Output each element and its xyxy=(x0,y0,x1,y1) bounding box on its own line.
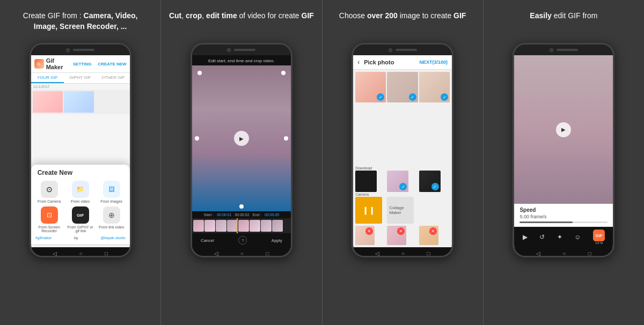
video-label: From video xyxy=(71,200,90,203)
giphy-label: From GIPHY or .gif link xyxy=(67,225,94,233)
speed-value: 5.00 frame/s xyxy=(519,214,608,219)
tab-bar-1: YOUR GIF GIPHY GIF OTHER GIF xyxy=(31,73,130,84)
photo-cell-7[interactable]: ✕ xyxy=(355,226,375,245)
speed-panel: Speed 5.00 frame/s xyxy=(514,204,613,227)
home-nav-3[interactable]: ○ xyxy=(401,250,405,256)
crop-handle-bc[interactable] xyxy=(239,204,244,209)
gif-grid xyxy=(31,90,130,114)
photo-cell-9[interactable]: ✕ xyxy=(419,226,438,245)
panel-1: Create GIF from : Camera, Video,Image, S… xyxy=(0,0,161,325)
front-camera-4 xyxy=(550,48,553,52)
photo-cell-8[interactable]: ✕ xyxy=(387,226,406,245)
square-nav-4[interactable]: □ xyxy=(588,250,591,256)
pick-title: Pick photo xyxy=(364,59,419,65)
timeline-marker[interactable] xyxy=(237,218,238,233)
option-link[interactable]: ⊕ From link video xyxy=(98,206,126,233)
gif-logo-text: Gif M xyxy=(595,241,603,245)
create-new-sheet: Create New ⊙ From Camera 📁 From video 🖼 … xyxy=(31,165,130,244)
remove-8[interactable]: ✕ xyxy=(397,227,405,235)
collage-cell[interactable]: ❙❙ xyxy=(355,197,382,224)
home-nav-4[interactable]: ○ xyxy=(562,250,566,256)
control-bar: Cancel ? Apply xyxy=(192,233,291,247)
option-screen[interactable]: ⊡ From Screen Recorder xyxy=(35,206,63,233)
photo-grid-3: ❙❙ Collage Maker xyxy=(353,197,452,224)
speed-slider[interactable] xyxy=(519,221,608,223)
photo-cell-3[interactable]: ✓ xyxy=(419,72,450,102)
crop-handle-tl[interactable] xyxy=(197,71,202,75)
toolbar-magic-btn[interactable]: ✦ xyxy=(557,233,562,241)
app-title: Gif Maker xyxy=(46,57,71,70)
images-icon: 🖼 xyxy=(103,181,120,198)
next-btn[interactable]: NEXT(3/100) xyxy=(420,60,448,65)
create-new-header-btn[interactable]: CREATE NEW xyxy=(98,62,126,67)
panel-3: Choose over 200 image to create GIF ‹ Pi… xyxy=(323,0,484,325)
video-edit-label: Edit start, end time and crop video. xyxy=(192,55,291,65)
speaker-1 xyxy=(73,49,94,51)
tab-giphy-gif[interactable]: GIPHY GIF xyxy=(64,73,97,83)
collage-maker-label: Collage Maker xyxy=(389,205,412,215)
help-btn[interactable]: ? xyxy=(238,236,247,245)
photo-cell-4[interactable] xyxy=(355,171,377,192)
option-giphy[interactable]: GIF From GIPHY or .gif link xyxy=(67,206,94,233)
option-video[interactable]: 📁 From video xyxy=(67,181,94,203)
option-images[interactable]: 🖼 From images xyxy=(98,181,126,203)
home-nav-1[interactable]: ○ xyxy=(79,250,83,256)
hashtag: #gifmaker xyxy=(35,236,52,240)
photo-cell-1[interactable]: ✓ xyxy=(355,72,386,102)
setting-btn[interactable]: SETTING xyxy=(73,62,92,67)
images-label: From images xyxy=(100,200,122,203)
back-nav-1[interactable]: ◁ xyxy=(53,250,57,256)
film-frame-1 xyxy=(193,220,204,232)
tab-other-gif[interactable]: OTHER GIF xyxy=(97,73,129,83)
toolbar-sticker-btn[interactable]: ☺ xyxy=(574,233,581,241)
photo-cell-2[interactable]: ✓ xyxy=(387,72,418,102)
option-camera[interactable]: ⊙ From Camera xyxy=(35,181,63,203)
square-nav-2[interactable]: □ xyxy=(266,250,269,256)
gif-thumb-2[interactable] xyxy=(64,91,94,113)
square-nav-3[interactable]: □ xyxy=(427,250,430,256)
gif-play-btn[interactable]: ▶ xyxy=(556,122,571,137)
remove-7[interactable]: ✕ xyxy=(365,227,373,235)
phone-3: ‹ Pick photo NEXT(3/100) ✓ ✓ ✓ Download xyxy=(352,43,453,257)
toolbar-play-btn[interactable]: ▶ xyxy=(523,233,528,241)
back-nav-2[interactable]: ◁ xyxy=(214,250,218,256)
phone-2: Edit start, end time and crop video. ▶ S… xyxy=(191,43,292,257)
link-icon: ⊕ xyxy=(103,206,120,224)
cancel-btn[interactable]: Cancel xyxy=(201,238,214,243)
tab-your-gif[interactable]: YOUR GIF xyxy=(31,73,64,83)
toolbar-refresh-btn[interactable]: ↺ xyxy=(539,233,545,241)
phone-top-bar-2 xyxy=(192,45,291,55)
check-5: ✓ xyxy=(399,183,407,190)
mid-time: 00:00:02 xyxy=(235,213,249,217)
back-nav-4[interactable]: ◁ xyxy=(536,250,540,256)
screen-recorder-icon: ⊡ xyxy=(41,206,58,224)
speaker-3 xyxy=(396,49,417,51)
phone-bottom-bar-2: ◁ ○ □ xyxy=(192,247,291,257)
remove-9[interactable]: ✕ xyxy=(429,227,437,235)
check-3: ✓ xyxy=(441,93,448,101)
home-nav-2[interactable]: ○ xyxy=(240,250,244,256)
back-arrow[interactable]: ‹ xyxy=(357,58,360,66)
phone-top-bar-3 xyxy=(353,45,452,55)
phone-1-screen: G Gif Maker SETTING CREATE NEW YOUR GIF … xyxy=(31,55,130,247)
gif-thumb-1[interactable] xyxy=(33,91,63,113)
crop-handle-mr[interactable] xyxy=(284,136,288,141)
end-time: 00:00:05 xyxy=(265,213,279,217)
play-button[interactable]: ▶ xyxy=(234,131,249,146)
crop-handle-tr[interactable] xyxy=(281,71,286,75)
timeline-strip xyxy=(192,218,291,233)
crop-handle-ml[interactable] xyxy=(195,136,199,141)
film-frame-3 xyxy=(216,220,226,232)
phone-bottom-bar-3: ◁ ○ □ xyxy=(353,247,452,257)
check-2: ✓ xyxy=(409,93,416,101)
link-label: From link video xyxy=(99,225,124,229)
studio-link[interactable]: @kayak-studio xyxy=(100,236,125,240)
square-nav-1[interactable]: □ xyxy=(105,250,108,256)
photo-cell-6[interactable]: ✓ xyxy=(419,171,441,192)
back-nav-3[interactable]: ◁ xyxy=(375,250,379,256)
apply-btn[interactable]: Apply xyxy=(272,238,282,243)
gif-toolbar: ▶ ↺ ✦ ☺ GIF Gif M xyxy=(514,227,613,247)
time-row: Start : 00:00:01 00:00:02 End : 00:00:05 xyxy=(192,211,291,218)
footer-row: #gifmaker by @kayak-studio xyxy=(35,236,126,240)
photo-cell-5[interactable]: ✓ xyxy=(387,171,408,192)
